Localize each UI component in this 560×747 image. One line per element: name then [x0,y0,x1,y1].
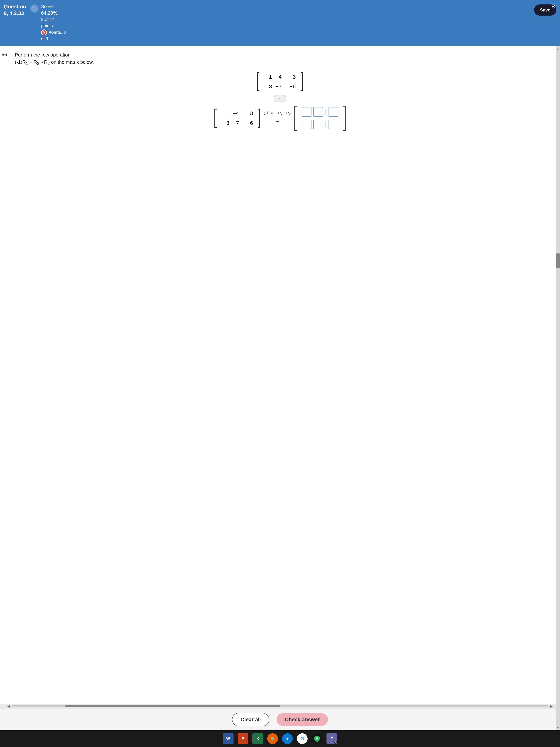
points-earned: Points: 0 [49,30,66,35]
tilde-symbol: ~ [275,118,279,125]
chevron-right-icon: > [33,6,36,11]
taskbar-powerpoint-icon[interactable]: P [238,733,248,744]
m1r2c3: −6 [288,83,296,90]
h-scroll-left-button[interactable]: ◀ [7,704,10,708]
m2r2c2: −7 [231,120,239,126]
svg-text:T: T [331,737,333,741]
content-area: ↤ Perform the row operation (-1)R1 + R2→… [0,46,560,704]
points-label: points [41,23,532,29]
back-arrow-button[interactable]: ↤ [2,51,7,58]
answer-input-r2c1[interactable] [302,120,312,129]
taskbar-excel-icon[interactable]: X [252,733,263,744]
spotify-logo [314,735,320,742]
operation-section: 1 −4 3 3 −7 −6 (-1)R1 + R2→R2 ~ [5,106,555,131]
taskbar-teams-icon[interactable]: T [326,733,337,744]
score-of-14: 9 of 14 [41,16,532,23]
answer-aug-line-2 [325,121,326,128]
points-of: of 1 [41,35,532,42]
problem-line2: (-1)R1 + R2→R2 on the matrix below. [15,59,94,65]
m1r2c2: −7 [274,83,282,90]
m2r1c1: 1 [221,110,229,117]
m1r1c1: 1 [264,74,272,80]
clear-all-button[interactable]: Clear all [232,713,269,726]
dots-divider: ··· [5,95,555,102]
answer-input-r2c3[interactable] [328,120,338,129]
h-scroll-right-button[interactable]: ▶ [550,704,553,708]
taskbar-firefox-icon[interactable] [267,733,278,744]
nav-arrow-button[interactable]: > [30,4,38,12]
matrix2-row-1: 1 −4 3 [217,108,257,118]
teams-logo: T [328,735,335,742]
check-answer-button[interactable]: Check answer [277,713,328,726]
m1r1c2: −4 [274,74,282,80]
taskbar-google-icon[interactable]: G [297,733,308,744]
matrix-row-1: 1 −4 3 [260,72,300,82]
answer-input-r2c2[interactable] [313,120,323,129]
h-scroll-thumb[interactable] [65,705,280,707]
answer-row-1 [298,106,342,118]
header: Question 9, 4.2.33 > Score: 64.29%, 9 of… [0,0,560,46]
firefox-logo [269,735,276,742]
taskbar: W P X e G T [0,730,560,747]
answer-row-2 [298,118,342,131]
scroll-thumb[interactable] [556,253,560,268]
edge-logo: e [284,735,291,742]
m2r2c3: −6 [245,120,253,126]
svg-text:e: e [286,736,289,741]
taskbar-word-icon[interactable]: W [223,733,234,744]
main-content: ▲ ▼ ↤ Perform the row operation (-1)R1 +… [0,46,560,730]
dots-button[interactable]: ··· [274,95,286,102]
answer-aug-line [325,108,326,115]
scroll-down-arrow[interactable]: ▼ [557,725,559,730]
matrix-row-2: 3 −7 −6 [260,82,300,91]
augment-line-2 [285,83,285,90]
wrong-icon: ✕ [41,29,47,35]
m2r1c2: −4 [231,110,239,117]
score-label: Score: [41,3,532,10]
question-title: Question 9, 4.2.33 [4,3,28,17]
horizontal-scrollbar[interactable]: ◀ ▶ [0,704,560,709]
problem-line1: Perform the row operation [15,52,71,58]
answer-input-r1c2[interactable] [313,107,323,117]
m1r2c1: 3 [264,83,272,90]
score-info: Score: 64.29%, 9 of 14 points ✕ Points: … [41,3,532,42]
scroll-track [556,51,560,725]
problem-text: Perform the row operation (-1)R1 + R2→R2… [15,51,555,67]
svg-point-5 [314,736,320,742]
m2r1c3: 3 [245,110,253,117]
matrix2-row-2: 3 −7 −6 [217,118,257,128]
m1r1c3: 3 [288,74,296,80]
augment-line [285,74,285,80]
operation-label: (-1)R1 + R2→R2 [264,111,291,116]
gear-icon[interactable]: ⚙ [551,3,556,10]
m2r2c1: 3 [221,120,229,126]
taskbar-edge-icon[interactable]: e [282,733,293,744]
scroll-up-arrow[interactable]: ▲ [557,46,559,51]
aug-line-3 [242,110,242,117]
taskbar-spotify-icon[interactable] [312,733,322,744]
top-matrix-section: 1 −4 3 3 −7 −6 [5,72,555,91]
svg-point-2 [271,738,274,740]
aug-line-4 [242,120,242,126]
vertical-scrollbar[interactable]: ▲ ▼ [556,46,560,730]
answer-input-r1c3[interactable] [328,107,338,117]
bottom-controls: Clear all Check answer [0,709,560,730]
score-fraction: 64.29%, [41,10,532,16]
h-scroll-track [11,705,549,707]
answer-input-r1c1[interactable] [302,107,312,117]
